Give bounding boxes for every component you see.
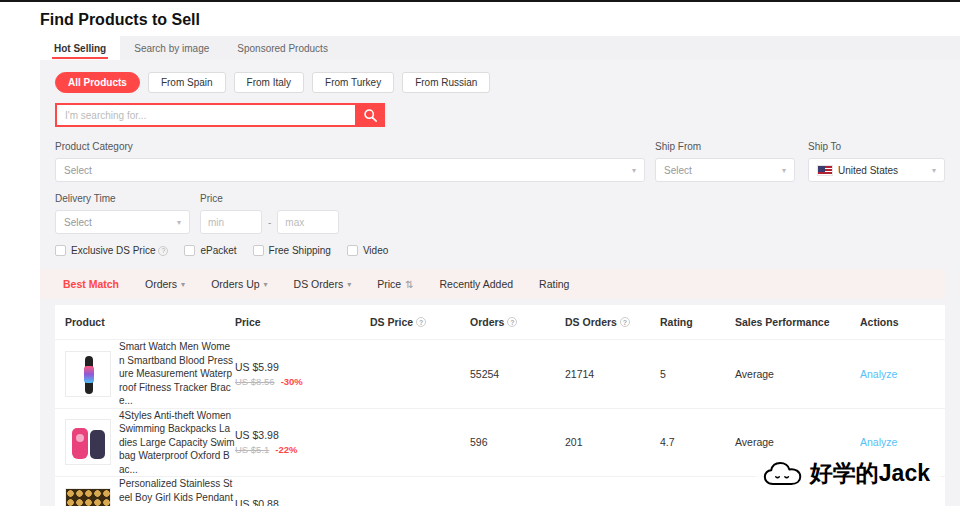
checkbox-free-shipping[interactable]: Free Shipping bbox=[253, 245, 331, 256]
delivery-time-label: Delivery Time bbox=[55, 193, 190, 204]
chevron-down-icon: ▾ bbox=[347, 280, 351, 289]
checkbox-label: Exclusive DS Price bbox=[71, 245, 155, 256]
analyze-link[interactable]: Analyze bbox=[860, 368, 897, 380]
sort-best-match[interactable]: Best Match bbox=[50, 278, 132, 290]
pill-from-spain[interactable]: From Spain bbox=[148, 72, 226, 93]
page-header: Find Products to Sell bbox=[0, 2, 960, 36]
sort-recently-added[interactable]: Recently Added bbox=[427, 278, 527, 290]
checkbox-exclusive-ds-price[interactable]: Exclusive DS Price ? bbox=[55, 245, 168, 256]
pill-from-italy[interactable]: From Italy bbox=[234, 72, 304, 93]
cloud-logo-icon bbox=[763, 461, 803, 487]
product-title[interactable]: Personalized Stainless Steel Boy Girl Ki… bbox=[119, 477, 235, 506]
product-price: US $0.88 bbox=[235, 498, 370, 506]
ship-from-label: Ship From bbox=[655, 141, 795, 152]
range-dash: - bbox=[268, 217, 271, 228]
ds-orders-value: 201 bbox=[565, 436, 660, 448]
sort-bar: Best Match Orders ▾ Orders Up ▾ DS Order… bbox=[40, 269, 945, 299]
product-image-beads[interactable] bbox=[65, 488, 111, 506]
col-rating: Rating bbox=[660, 316, 735, 328]
ship-to-select[interactable]: United States ▾ bbox=[808, 158, 945, 182]
checkbox-label: Free Shipping bbox=[269, 245, 331, 256]
chevron-down-icon: ▾ bbox=[177, 218, 181, 227]
sort-orders[interactable]: Orders ▾ bbox=[132, 278, 198, 290]
col-actions: Actions bbox=[860, 316, 945, 328]
sort-price[interactable]: Price ⇅ bbox=[364, 278, 426, 290]
checkbox-label: Video bbox=[363, 245, 388, 256]
sort-arrows-icon: ⇅ bbox=[405, 279, 413, 290]
product-image-backpack[interactable] bbox=[65, 419, 111, 465]
help-icon[interactable]: ? bbox=[620, 317, 630, 327]
col-ds-price: DS Price ? bbox=[370, 316, 470, 328]
col-price: Price bbox=[235, 316, 370, 328]
help-icon[interactable]: ? bbox=[416, 317, 426, 327]
tab-bar: Hot Selling Search by image Sponsored Pr… bbox=[0, 36, 960, 60]
product-category-value: Select bbox=[64, 165, 92, 176]
price-range-label: Price bbox=[200, 193, 339, 204]
orders-value: 596 bbox=[470, 436, 565, 448]
tab-hot-selling[interactable]: Hot Selling bbox=[40, 36, 120, 60]
help-icon[interactable]: ? bbox=[507, 317, 517, 327]
tab-search-by-image[interactable]: Search by image bbox=[120, 36, 223, 60]
chevron-down-icon: ▾ bbox=[181, 280, 185, 289]
ship-to-value: United States bbox=[838, 165, 898, 176]
discount-badge: -30% bbox=[281, 376, 303, 387]
orders-value: 55254 bbox=[470, 368, 565, 380]
discount-badge: -22% bbox=[275, 444, 297, 455]
product-price: US $5.99 bbox=[235, 361, 370, 373]
tab-sponsored-products[interactable]: Sponsored Products bbox=[223, 36, 342, 60]
pill-from-turkey[interactable]: From Turkey bbox=[312, 72, 394, 93]
sales-performance-value: Average bbox=[735, 368, 860, 380]
search-icon bbox=[363, 108, 378, 123]
help-icon[interactable]: ? bbox=[158, 246, 168, 256]
product-category-field: Product Category Select ▾ bbox=[55, 141, 645, 182]
pill-from-russian[interactable]: From Russian bbox=[402, 72, 490, 93]
chevron-down-icon: ▾ bbox=[782, 166, 786, 175]
original-price: US $5.1 bbox=[235, 444, 269, 455]
delivery-time-select[interactable]: Select ▾ bbox=[55, 210, 190, 234]
checkbox-video[interactable]: Video bbox=[347, 245, 388, 256]
ship-to-label: Ship To bbox=[808, 141, 945, 152]
col-product: Product bbox=[55, 316, 235, 328]
ds-orders-value: 21714 bbox=[565, 368, 660, 380]
checkbox-box[interactable] bbox=[55, 245, 66, 256]
price-max-input[interactable] bbox=[277, 210, 339, 234]
delivery-time-field: Delivery Time Select ▾ bbox=[55, 193, 190, 234]
filter-row-1: Product Category Select ▾ Ship From Sele… bbox=[55, 141, 945, 182]
price-range-field: Price - bbox=[200, 193, 339, 234]
checkbox-box[interactable] bbox=[347, 245, 358, 256]
ship-from-field: Ship From Select ▾ bbox=[655, 141, 795, 182]
rating-value: 4.7 bbox=[660, 436, 735, 448]
product-image-smart-watch[interactable] bbox=[65, 351, 111, 397]
us-flag-icon bbox=[817, 165, 833, 176]
pill-all-products[interactable]: All Products bbox=[55, 72, 140, 93]
watermark: 好学的Jack bbox=[755, 453, 942, 494]
filter-row-2: Delivery Time Select ▾ Price - bbox=[55, 193, 945, 234]
product-category-label: Product Category bbox=[55, 141, 645, 152]
col-ds-orders: DS Orders ? bbox=[565, 316, 660, 328]
price-min-input[interactable] bbox=[200, 210, 262, 234]
product-category-select[interactable]: Select ▾ bbox=[55, 158, 645, 182]
chevron-down-icon: ▾ bbox=[264, 280, 268, 289]
rating-value: 5 bbox=[660, 368, 735, 380]
search-input[interactable] bbox=[55, 103, 355, 127]
product-title[interactable]: 4Styles Anti-theft Women Swimming Backpa… bbox=[119, 409, 235, 477]
analyze-link[interactable]: Analyze bbox=[860, 436, 897, 448]
product-title[interactable]: Smart Watch Men Women Smartband Blood Pr… bbox=[119, 340, 235, 408]
checkbox-box[interactable] bbox=[184, 245, 195, 256]
ship-to-field: Ship To United States ▾ bbox=[808, 141, 945, 182]
product-price: US $3.98 bbox=[235, 429, 370, 441]
checkbox-epacket[interactable]: ePacket bbox=[184, 245, 236, 256]
delivery-time-value: Select bbox=[64, 217, 92, 228]
watermark-text: 好学的Jack bbox=[810, 458, 930, 489]
chevron-down-icon: ▾ bbox=[632, 166, 636, 175]
sort-rating[interactable]: Rating bbox=[526, 278, 582, 290]
checkbox-box[interactable] bbox=[253, 245, 264, 256]
sort-orders-up[interactable]: Orders Up ▾ bbox=[198, 278, 280, 290]
main-content: All Products From Spain From Italy From … bbox=[40, 60, 960, 506]
ship-from-select[interactable]: Select ▾ bbox=[655, 158, 795, 182]
table-header: Product Price DS Price ? Orders ? DS Ord… bbox=[55, 305, 945, 339]
sort-ds-orders[interactable]: DS Orders ▾ bbox=[281, 278, 365, 290]
col-orders: Orders ? bbox=[470, 316, 565, 328]
search-bar bbox=[55, 103, 945, 127]
search-button[interactable] bbox=[355, 103, 385, 127]
